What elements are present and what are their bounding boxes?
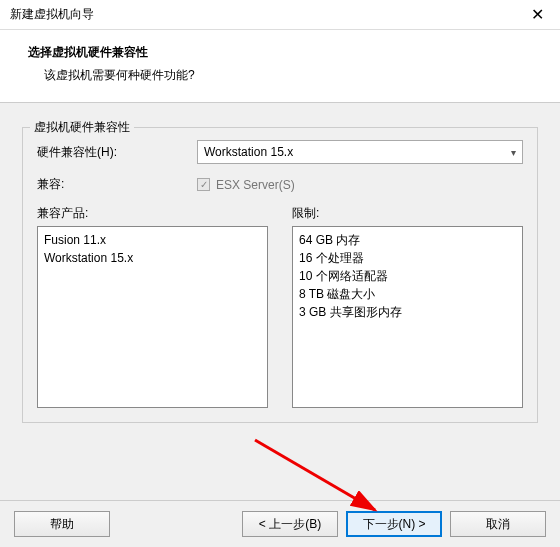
list-item[interactable]: 8 TB 磁盘大小 [299,285,516,303]
chevron-down-icon: ▾ [511,147,516,158]
products-col: 兼容产品: Fusion 11.xWorkstation 15.x [37,205,268,408]
list-item[interactable]: 10 个网络适配器 [299,267,516,285]
hw-compat-select[interactable]: Workstation 15.x ▾ [197,140,523,164]
limits-listbox[interactable]: 64 GB 内存16 个处理器10 个网络适配器8 TB 磁盘大小3 GB 共享… [292,226,523,408]
fieldset-legend: 虚拟机硬件兼容性 [30,119,134,136]
content-area: 虚拟机硬件兼容性 硬件兼容性(H): Workstation 15.x ▾ 兼容… [0,103,560,439]
next-button[interactable]: 下一步(N) > [346,511,442,537]
list-item[interactable]: 64 GB 内存 [299,231,516,249]
help-button[interactable]: 帮助 [14,511,110,537]
list-item[interactable]: Fusion 11.x [44,231,261,249]
close-icon: ✕ [531,5,544,24]
header-subtitle: 该虚拟机需要何种硬件功能? [28,67,540,84]
esx-checkbox[interactable]: ✓ [197,178,210,191]
limits-label: 限制: [292,205,523,222]
header-title: 选择虚拟机硬件兼容性 [28,44,540,61]
compat-fieldset: 虚拟机硬件兼容性 硬件兼容性(H): Workstation 15.x ▾ 兼容… [22,127,538,423]
wizard-header: 选择虚拟机硬件兼容性 该虚拟机需要何种硬件功能? [0,30,560,103]
esx-checkbox-wrap: ✓ ESX Server(S) [197,178,295,192]
back-button[interactable]: < 上一步(B) [242,511,338,537]
hw-compat-row: 硬件兼容性(H): Workstation 15.x ▾ [37,140,523,164]
compat-label: 兼容: [37,176,197,193]
esx-checkbox-label: ESX Server(S) [216,178,295,192]
list-item[interactable]: 16 个处理器 [299,249,516,267]
lists-row: 兼容产品: Fusion 11.xWorkstation 15.x 限制: 64… [37,205,523,408]
hw-compat-value: Workstation 15.x [204,145,293,159]
products-label: 兼容产品: [37,205,268,222]
cancel-button[interactable]: 取消 [450,511,546,537]
products-listbox[interactable]: Fusion 11.xWorkstation 15.x [37,226,268,408]
list-item[interactable]: Workstation 15.x [44,249,261,267]
limits-col: 限制: 64 GB 内存16 个处理器10 个网络适配器8 TB 磁盘大小3 G… [292,205,523,408]
window-title: 新建虚拟机向导 [10,6,94,23]
compat-row: 兼容: ✓ ESX Server(S) [37,176,523,193]
titlebar: 新建虚拟机向导 ✕ [0,0,560,30]
footer: 帮助 < 上一步(B) 下一步(N) > 取消 [0,500,560,547]
hw-compat-label: 硬件兼容性(H): [37,144,197,161]
list-item[interactable]: 3 GB 共享图形内存 [299,303,516,321]
close-button[interactable]: ✕ [515,0,560,30]
